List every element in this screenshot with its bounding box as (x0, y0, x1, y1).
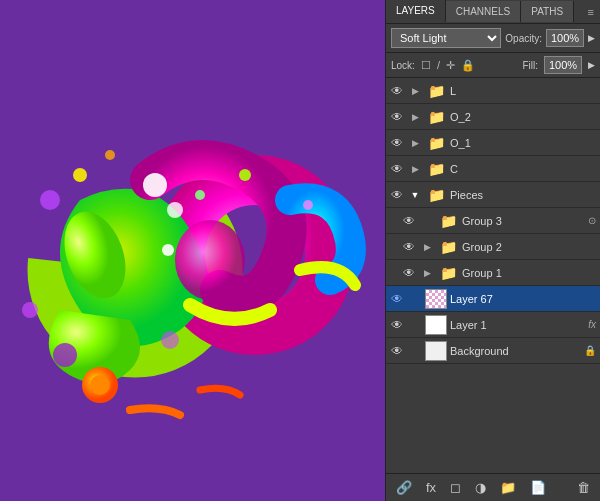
layer-row[interactable]: 👁 ▶ 📁 O_1 (386, 130, 600, 156)
blend-opacity-row: Soft Light Opacity: 100% ▶ (386, 24, 600, 53)
fx-button[interactable]: fx (422, 478, 440, 497)
blend-mode-select[interactable]: Soft Light (391, 28, 501, 48)
layer-row[interactable]: 👁 ▶ 📁 Group 1 (386, 260, 600, 286)
layer-name: Pieces (450, 189, 596, 201)
app-window: LAYERS CHANNELS PATHS ≡ Soft Light Opaci… (0, 0, 600, 501)
lock-fill-row: Lock: ☐ / ✛ 🔒 Fill: 100% ▶ (386, 53, 600, 78)
svg-point-6 (167, 202, 183, 218)
layer-name: Layer 67 (450, 293, 596, 305)
layer-row[interactable]: 👁 Layer 1 fx (386, 312, 600, 338)
layer-row[interactable]: 👁 📁 Group 3 ⊙ (386, 208, 600, 234)
fill-label: Fill: (522, 60, 538, 71)
layer-thumbnail (425, 289, 447, 309)
layer-thumbnail: 📁 (437, 211, 459, 231)
expand-arrow[interactable]: ▼ (408, 190, 422, 200)
delete-button[interactable]: 🗑 (573, 478, 594, 497)
layer-row[interactable]: 👁 ▶ 📁 L (386, 78, 600, 104)
svg-point-14 (239, 169, 251, 181)
svg-point-10 (53, 343, 77, 367)
eye-icon[interactable]: 👁 (386, 136, 408, 150)
layer-thumbnail: 📁 (437, 263, 459, 283)
panel-tabs: LAYERS CHANNELS PATHS ≡ (386, 0, 600, 24)
layer-thumbnail: 📁 (437, 237, 459, 257)
layer-thumbnail: 📁 (425, 185, 447, 205)
svg-point-5 (143, 173, 167, 197)
layer-row-selected[interactable]: 👁 Layer 67 (386, 286, 600, 312)
lock-icon-move[interactable]: ✛ (446, 59, 455, 72)
eye-icon[interactable]: 👁 (386, 110, 408, 124)
layer-name: O_2 (450, 111, 596, 123)
tab-layers[interactable]: LAYERS (386, 0, 446, 23)
eye-icon[interactable]: 👁 (398, 240, 420, 254)
layer-thumbnail: 📁 (425, 107, 447, 127)
layer-name: O_1 (450, 137, 596, 149)
layer-row[interactable]: 👁 ▶ 📁 Group 2 (386, 234, 600, 260)
svg-point-11 (161, 331, 179, 349)
canvas-area (0, 0, 385, 501)
tab-paths[interactable]: PATHS (521, 1, 574, 22)
svg-point-7 (195, 190, 205, 200)
svg-point-12 (73, 168, 87, 182)
panel-bottom-buttons: 🔗 fx ◻ ◑ 📁 📄 🗑 (386, 473, 600, 501)
layer-name: C (450, 163, 596, 175)
layer-name: L (450, 85, 596, 97)
expand-arrow[interactable]: ▶ (420, 242, 434, 252)
svg-point-15 (303, 200, 313, 210)
eye-icon[interactable]: 👁 (398, 214, 420, 228)
adjustment-button[interactable]: ◑ (471, 478, 490, 497)
fill-arrow[interactable]: ▶ (588, 60, 595, 70)
layer-fx-badge: fx (588, 319, 596, 330)
tab-channels[interactable]: CHANNELS (446, 1, 521, 22)
fill-input[interactable]: 100% (544, 56, 582, 74)
eye-icon[interactable]: 👁 (386, 188, 408, 202)
svg-point-9 (22, 302, 38, 318)
mask-button[interactable]: ◻ (446, 478, 465, 497)
lock-icon-brush[interactable]: / (437, 59, 440, 71)
layer-row[interactable]: 👁 ▶ 📁 C (386, 156, 600, 182)
layer-name: Layer 1 (450, 319, 586, 331)
layers-list: 👁 ▶ 📁 L 👁 ▶ 📁 O_2 👁 ▶ 📁 O_1 👁 (386, 78, 600, 473)
layer-row[interactable]: 👁 Background 🔒 (386, 338, 600, 364)
layer-row[interactable]: 👁 ▼ 📁 Pieces (386, 182, 600, 208)
eye-icon[interactable]: 👁 (386, 318, 408, 332)
svg-point-13 (105, 150, 115, 160)
layer-name: Group 1 (462, 267, 596, 279)
eye-icon[interactable]: 👁 (398, 266, 420, 280)
lock-icon-check[interactable]: ☐ (421, 59, 431, 72)
svg-point-4 (90, 375, 110, 395)
layer-thumbnail (425, 341, 447, 361)
panel-menu-icon[interactable]: ≡ (582, 2, 600, 22)
opacity-arrow[interactable]: ▶ (588, 33, 595, 43)
eye-icon[interactable]: 👁 (386, 162, 408, 176)
svg-point-8 (40, 190, 60, 210)
svg-point-16 (175, 220, 245, 300)
layer-thumbnail: 📁 (425, 159, 447, 179)
layer-thumbnail: 📁 (425, 133, 447, 153)
expand-arrow[interactable]: ▶ (420, 268, 434, 278)
new-layer-button[interactable]: 📄 (526, 478, 550, 497)
layers-panel: LAYERS CHANNELS PATHS ≡ Soft Light Opaci… (385, 0, 600, 501)
eye-icon[interactable]: 👁 (386, 344, 408, 358)
artwork-svg (0, 0, 385, 501)
lock-icon-all[interactable]: 🔒 (461, 59, 475, 72)
opacity-input[interactable]: 100% (546, 29, 584, 47)
lock-label: Lock: (391, 60, 415, 71)
expand-arrow[interactable]: ▶ (408, 164, 422, 174)
layer-lock-badge: 🔒 (584, 345, 596, 356)
expand-arrow[interactable]: ▶ (408, 112, 422, 122)
layer-name: Group 2 (462, 241, 596, 253)
opacity-label: Opacity: (505, 33, 542, 44)
layer-name: Background (450, 345, 582, 357)
expand-arrow[interactable]: ▶ (408, 138, 422, 148)
eye-icon[interactable]: 👁 (386, 84, 408, 98)
layer-badge: ⊙ (588, 215, 596, 226)
layer-name: Group 3 (462, 215, 586, 227)
link-button[interactable]: 🔗 (392, 478, 416, 497)
layer-row[interactable]: 👁 ▶ 📁 O_2 (386, 104, 600, 130)
svg-point-17 (162, 244, 174, 256)
group-button[interactable]: 📁 (496, 478, 520, 497)
layer-thumbnail (425, 315, 447, 335)
layer-thumbnail: 📁 (425, 81, 447, 101)
eye-icon[interactable]: 👁 (386, 292, 408, 306)
expand-arrow[interactable]: ▶ (408, 86, 422, 96)
